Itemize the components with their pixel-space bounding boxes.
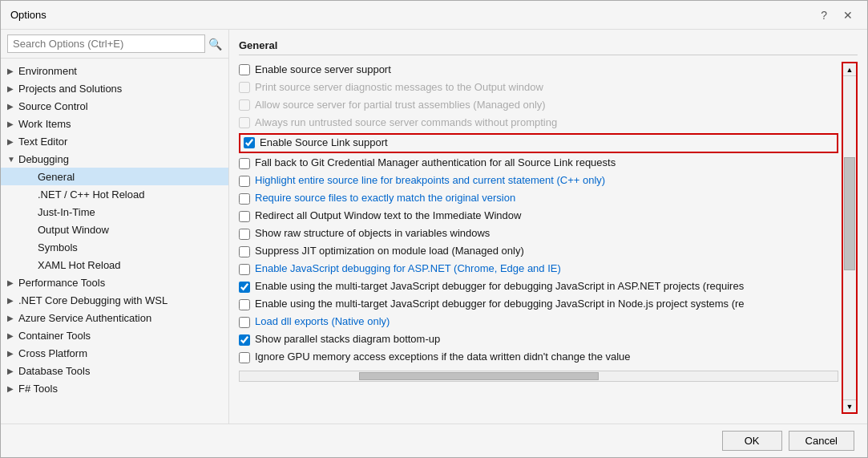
checkbox-10[interactable] [239, 229, 250, 240]
arrow-icon: ▶ [7, 102, 18, 111]
option-row-11: Suppress JIT optimization on module load… [239, 244, 838, 260]
option-row-1: Enable source server support [239, 62, 838, 78]
tree-item-label: Database Tools [18, 365, 222, 377]
tree-item-fsharp[interactable]: ▶ F# Tools [1, 379, 228, 397]
tree-item-general[interactable]: General [1, 168, 228, 185]
options-list: Enable source server support Print sourc… [239, 62, 838, 414]
dialog-footer: OK Cancel [1, 424, 867, 457]
checkbox-3 [239, 99, 250, 111]
tree-item-text-editor[interactable]: ▶ Text Editor [1, 132, 228, 150]
search-input[interactable] [7, 34, 205, 53]
tree-item-symbols[interactable]: Symbols [1, 238, 228, 256]
scroll-up-btn[interactable]: ▲ [843, 63, 856, 76]
tree-item-source-control[interactable]: ▶ Source Control [1, 97, 228, 115]
checkbox-16[interactable] [239, 334, 250, 346]
checkbox-5[interactable] [244, 137, 255, 148]
close-button[interactable]: ✕ [838, 7, 858, 23]
help-button[interactable]: ? [816, 7, 832, 23]
tree-item-jit[interactable]: Just-In-Time [1, 203, 228, 221]
search-icon[interactable]: 🔍 [208, 38, 222, 51]
option-label-13: Enable using the multi-target JavaScript… [255, 280, 744, 294]
checkbox-11[interactable] [239, 246, 250, 257]
option-label-2: Print source server diagnostic messages … [255, 81, 543, 95]
tree-item-database[interactable]: ▶ Database Tools [1, 362, 228, 379]
checkbox-8[interactable] [239, 193, 250, 205]
option-label-10: Show raw structure of objects in variabl… [255, 227, 490, 241]
tree-item-label: Performance Tools [18, 277, 222, 289]
arrow-icon: ▶ [7, 314, 18, 322]
tree-item-label: Output Window [38, 224, 222, 236]
checkbox-17[interactable] [239, 352, 250, 363]
option-label-11: Suppress JIT optimization on module load… [255, 245, 524, 258]
option-row-10: Show raw structure of objects in variabl… [239, 226, 838, 242]
arrow-icon: ▶ [7, 84, 18, 93]
option-label-14: Enable using the multi-target JavaScript… [255, 298, 745, 311]
tree-item-label: .NET / C++ Hot Reload [38, 188, 222, 201]
tree-item-label: Projects and Solutions [18, 83, 222, 95]
checkbox-9[interactable] [239, 211, 250, 222]
checkbox-12[interactable] [239, 264, 250, 275]
option-row-16: Show parallel stacks diagram bottom-up [239, 332, 838, 348]
search-box: 🔍 [1, 30, 228, 59]
cancel-button[interactable]: Cancel [789, 431, 854, 451]
option-row-14: Enable using the multi-target JavaScript… [239, 297, 838, 313]
option-label-1: Enable source server support [255, 63, 391, 77]
option-row-6: Fall back to Git Credential Manager auth… [239, 156, 838, 172]
checkbox-14[interactable] [239, 299, 250, 310]
arrow-icon: ▶ [7, 367, 18, 375]
option-label-4: Always run untrusted source server comma… [255, 116, 557, 130]
tree-item-output-window[interactable]: Output Window [1, 221, 228, 238]
checkbox-1[interactable] [239, 64, 250, 75]
tree-item-work-items[interactable]: ▶ Work Items [1, 115, 228, 132]
tree-item-label: Cross Platform [18, 347, 222, 359]
tree-item-label: F# Tools [18, 383, 222, 395]
option-row-5-highlighted: Enable Source Link support [239, 133, 838, 153]
arrow-icon: ▶ [7, 278, 18, 287]
tree-item-hotreload[interactable]: .NET / C++ Hot Reload [1, 185, 228, 203]
tree-item-xaml-hotreload[interactable]: XAML Hot Reload [1, 256, 228, 274]
tree-item-cross-platform[interactable]: ▶ Cross Platform [1, 344, 228, 362]
tree-item-label: Azure Service Authentication [18, 312, 222, 324]
tree-item-label: XAML Hot Reload [38, 259, 222, 271]
tree-item-container[interactable]: ▶ Container Tools [1, 326, 228, 344]
tree-item-label: Just-In-Time [38, 206, 222, 218]
tree-item-performance[interactable]: ▶ Performance Tools [1, 274, 228, 291]
option-label-3: Allow source server for partial trust as… [255, 99, 546, 112]
options-dialog: Options ? ✕ 🔍 ▶ Environment ▶ Projects a… [0, 0, 868, 458]
scroll-thumb[interactable] [844, 157, 855, 270]
scroll-down-btn[interactable]: ▼ [843, 399, 856, 412]
checkbox-7[interactable] [239, 176, 250, 187]
options-area: Enable source server support Print sourc… [239, 62, 858, 414]
checkbox-15[interactable] [239, 317, 250, 328]
vertical-scrollbar-highlighted[interactable]: ▲ ▼ [842, 62, 858, 414]
tree-item-azure[interactable]: ▶ Azure Service Authentication [1, 309, 228, 326]
tree-item-label: Work Items [18, 118, 222, 130]
arrow-icon: ▶ [7, 67, 18, 75]
option-label-9: Redirect all Output Window text to the I… [255, 209, 521, 223]
ok-button[interactable]: OK [722, 431, 782, 451]
option-label-6: Fall back to Git Credential Manager auth… [255, 156, 616, 170]
option-row-13: Enable using the multi-target JavaScript… [239, 279, 838, 295]
checkbox-13[interactable] [239, 282, 250, 293]
checkbox-6[interactable] [239, 158, 250, 169]
tree-item-debugging[interactable]: ▼ Debugging [1, 150, 228, 168]
scroll-track [843, 76, 856, 399]
tree-item-environment[interactable]: ▶ Environment [1, 62, 228, 79]
checkbox-2 [239, 82, 250, 93]
tree-item-projects[interactable]: ▶ Projects and Solutions [1, 79, 228, 97]
tree-item-netcore-wsl[interactable]: ▶ .NET Core Debugging with WSL [1, 291, 228, 309]
horizontal-scrollbar[interactable] [239, 371, 838, 382]
tree-item-label: Container Tools [18, 330, 222, 342]
dialog-body: 🔍 ▶ Environment ▶ Projects and Solutions… [1, 30, 867, 424]
right-panel: General Enable source server support Pri… [229, 30, 867, 424]
option-row-9: Redirect all Output Window text to the I… [239, 209, 838, 225]
arrow-icon: ▶ [7, 120, 18, 128]
arrow-icon: ▶ [7, 349, 18, 358]
option-label-16: Show parallel stacks diagram bottom-up [255, 333, 440, 347]
tree-item-label: General [38, 171, 222, 183]
tree-item-label: Environment [18, 65, 222, 77]
checkbox-4 [239, 117, 250, 128]
arrow-icon: ▶ [7, 296, 18, 305]
option-label-5: Enable Source Link support [260, 136, 388, 150]
option-label-15: Load dll exports (Native only) [255, 315, 390, 329]
